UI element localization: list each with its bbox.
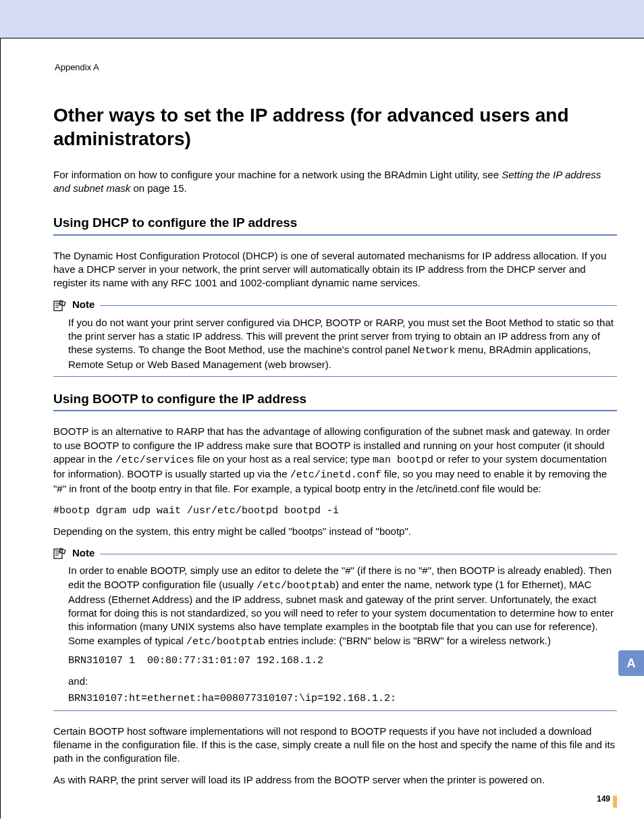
bootp-mono-inetd: /etc/inetd.conf <box>290 469 381 481</box>
side-tab[interactable]: A <box>618 650 644 676</box>
svg-rect-1 <box>54 549 62 558</box>
note-mono-network: Network <box>412 345 455 357</box>
note-rule <box>100 305 617 306</box>
note-header: Note <box>53 546 617 560</box>
bootp-heading: Using BOOTP to configure the IP address <box>53 390 617 408</box>
bootp-note-mono-1: /etc/bootptab <box>257 580 336 592</box>
bootp-note-c: entries include: ("BRN" below is "BRW" f… <box>265 635 551 646</box>
note-header: Note <box>53 298 617 311</box>
note-rule <box>100 554 617 554</box>
bootp-section: Using BOOTP to configure the IP address … <box>53 390 617 787</box>
note-end-rule <box>53 376 617 377</box>
intro-text-pre: For information on how to configure your… <box>53 169 502 180</box>
bootp-p1-b: file on your host as a real service; typ… <box>194 453 373 465</box>
note-label: Note <box>72 298 95 311</box>
breadcrumb: Appendix A <box>55 61 617 74</box>
bootp-code-1: #bootp dgram udp wait /usr/etc/bootpd bo… <box>53 504 617 518</box>
svg-rect-0 <box>54 301 62 311</box>
intro-paragraph: For information on how to configure your… <box>53 168 617 196</box>
dhcp-paragraph: The Dynamic Host Configuration Protocol … <box>53 249 617 290</box>
bootp-paragraph-3: Certain BOOTP host software implementati… <box>53 725 617 766</box>
section-rule <box>53 410 617 411</box>
note-icon <box>53 547 67 559</box>
section-rule <box>53 234 617 236</box>
dhcp-section: Using DHCP to configure the IP address T… <box>53 214 617 377</box>
note-body: If you do not want your print server con… <box>53 312 617 372</box>
dhcp-heading: Using DHCP to configure the IP address <box>53 214 617 232</box>
bootp-code-3: BRN310107:ht=ethernet:ha=008077310107:\i… <box>68 692 617 706</box>
note-label: Note <box>72 546 95 560</box>
bootp-paragraph-4: As with RARP, the print server will load… <box>53 773 617 787</box>
bootp-paragraph-1: BOOTP is an alternative to RARP that has… <box>53 425 617 496</box>
bootp-mono-services: /etc/services <box>115 454 194 466</box>
intro-text-post: on page 15. <box>130 182 186 194</box>
note-body: In order to enable BOOTP, simply use an … <box>53 560 617 706</box>
bootp-note-mono-2: /etc/bootptab <box>186 636 265 648</box>
page-number: 149 <box>597 793 610 804</box>
top-bar <box>0 0 644 38</box>
bootp-and: and: <box>68 675 617 688</box>
page-number-bar <box>613 796 617 808</box>
bootp-mono-man: man bootpd <box>373 454 433 466</box>
page-content: Appendix A Other ways to set the IP addr… <box>0 38 644 818</box>
note-icon <box>53 299 67 311</box>
bootp-code-2: BRN310107 1 00:80:77:31:01:07 192.168.1.… <box>68 654 617 668</box>
bootp-note-text: In order to enable BOOTP, simply use an … <box>68 564 617 649</box>
page-title: Other ways to set the IP address (for ad… <box>53 103 617 151</box>
note-end-rule <box>53 710 617 711</box>
bootp-paragraph-2: Depending on the system, this entry migh… <box>53 525 617 538</box>
